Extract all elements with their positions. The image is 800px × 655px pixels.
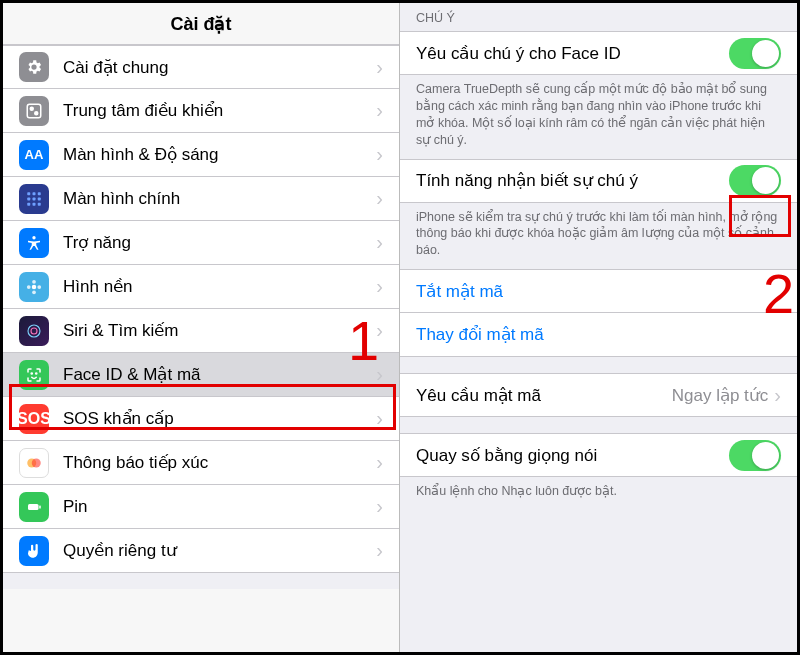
sidebar-item-privacy[interactable]: Quyền riêng tư › — [3, 529, 399, 573]
chevron-right-icon: › — [376, 539, 383, 562]
svg-rect-10 — [33, 202, 36, 205]
svg-point-16 — [27, 285, 31, 289]
chevron-right-icon: › — [774, 384, 781, 407]
sidebar-item-sos[interactable]: SOS SOS khẩn cấp › — [3, 397, 399, 441]
svg-rect-11 — [38, 202, 41, 205]
row-label: Tính năng nhận biết sự chú ý — [416, 170, 729, 191]
row-value: Ngay lập tức — [672, 385, 769, 406]
svg-point-17 — [37, 285, 41, 289]
row-label: Yêu cầu chú ý cho Face ID — [416, 43, 729, 64]
sidebar-item-accessibility[interactable]: Trợ năng › — [3, 221, 399, 265]
link-label: Tắt mật mã — [416, 281, 503, 302]
svg-rect-4 — [33, 192, 36, 195]
sidebar-item-label: Quyền riêng tư — [63, 540, 370, 561]
svg-rect-5 — [38, 192, 41, 195]
sidebar-item-siri[interactable]: Siri & Tìm kiếm › — [3, 309, 399, 353]
svg-point-15 — [32, 290, 36, 294]
row-require-attention-faceid[interactable]: Yêu cầu chú ý cho Face ID — [400, 31, 797, 75]
svg-rect-0 — [27, 104, 41, 118]
chevron-right-icon: › — [376, 99, 383, 122]
sidebar-item-label: SOS khẩn cấp — [63, 408, 370, 429]
svg-rect-24 — [28, 504, 39, 510]
slider-icon — [19, 96, 49, 126]
sidebar-item-label: Trung tâm điều khiển — [63, 100, 370, 121]
section-header-attention: CHÚ Ý — [400, 3, 797, 31]
sos-icon: SOS — [19, 404, 49, 434]
siri-icon — [19, 316, 49, 346]
chevron-right-icon: › — [376, 407, 383, 430]
sidebar-item-faceid-passcode[interactable]: Face ID & Mật mã › — [3, 353, 399, 397]
row-attention-aware[interactable]: Tính năng nhận biết sự chú ý — [400, 159, 797, 203]
svg-rect-9 — [27, 202, 30, 205]
exposure-icon — [19, 448, 49, 478]
text-size-icon: AA — [19, 140, 49, 170]
sidebar-item-label: Thông báo tiếp xúc — [63, 452, 370, 473]
row-label: Yêu cầu mật mã — [416, 385, 672, 406]
toggle-attention-aware[interactable] — [729, 165, 781, 196]
svg-point-13 — [32, 284, 37, 289]
chevron-right-icon: › — [376, 56, 383, 79]
chevron-right-icon: › — [376, 143, 383, 166]
link-label: Thay đổi mật mã — [416, 324, 544, 345]
sidebar-item-label: Trợ năng — [63, 232, 370, 253]
footer-attention-faceid: Camera TrueDepth sẽ cung cấp một mức độ … — [400, 75, 797, 159]
sidebar-item-label: Face ID & Mật mã — [63, 364, 370, 385]
chevron-right-icon: › — [376, 451, 383, 474]
svg-rect-7 — [33, 197, 36, 200]
chevron-right-icon: › — [376, 363, 383, 386]
sidebar-item-home-screen[interactable]: Màn hình chính › — [3, 177, 399, 221]
footer-attention-aware: iPhone sẽ kiểm tra sự chú ý trước khi là… — [400, 203, 797, 270]
chevron-right-icon: › — [376, 319, 383, 342]
row-label: Quay số bằng giọng nói — [416, 445, 729, 466]
svg-rect-8 — [38, 197, 41, 200]
hand-icon — [19, 536, 49, 566]
row-change-passcode[interactable]: Thay đổi mật mã — [400, 313, 797, 357]
row-turn-passcode-off[interactable]: Tắt mật mã — [400, 269, 797, 313]
chevron-right-icon: › — [376, 187, 383, 210]
sidebar-item-label: Cài đặt chung — [63, 57, 370, 78]
row-require-passcode[interactable]: Yêu cầu mật mã Ngay lập tức › — [400, 373, 797, 417]
settings-sidebar: Cài đặt Cài đặt chung › Trung tâm điều k… — [3, 3, 400, 652]
sidebar-item-label: Pin — [63, 497, 370, 517]
svg-point-12 — [32, 236, 35, 239]
sidebar-item-display[interactable]: AA Màn hình & Độ sáng › — [3, 133, 399, 177]
row-voice-dial[interactable]: Quay số bằng giọng nói — [400, 433, 797, 477]
toggle-attention-faceid[interactable] — [729, 38, 781, 69]
svg-rect-6 — [27, 197, 30, 200]
page-title: Cài đặt — [3, 3, 399, 45]
svg-rect-25 — [39, 505, 41, 508]
svg-point-1 — [30, 107, 33, 110]
grid-icon — [19, 184, 49, 214]
faceid-icon — [19, 360, 49, 390]
sidebar-item-label: Siri & Tìm kiếm — [63, 320, 370, 341]
svg-point-2 — [35, 111, 38, 114]
chevron-right-icon: › — [376, 275, 383, 298]
svg-point-18 — [28, 325, 40, 337]
svg-point-14 — [32, 279, 36, 283]
svg-point-23 — [32, 458, 41, 467]
sidebar-item-exposure[interactable]: Thông báo tiếp xúc › — [3, 441, 399, 485]
svg-point-19 — [31, 328, 37, 334]
gear-icon — [19, 52, 49, 82]
battery-icon — [19, 492, 49, 522]
svg-point-20 — [31, 372, 32, 373]
sidebar-item-general[interactable]: Cài đặt chung › — [3, 45, 399, 89]
sidebar-item-control-center[interactable]: Trung tâm điều khiển › — [3, 89, 399, 133]
accessibility-icon — [19, 228, 49, 258]
detail-pane: CHÚ Ý Yêu cầu chú ý cho Face ID Camera T… — [400, 3, 797, 652]
svg-rect-3 — [27, 192, 30, 195]
sidebar-item-label: Hình nền — [63, 276, 370, 297]
sidebar-item-wallpaper[interactable]: Hình nền › — [3, 265, 399, 309]
sidebar-item-battery[interactable]: Pin › — [3, 485, 399, 529]
flower-icon — [19, 272, 49, 302]
sidebar-item-label: Màn hình & Độ sáng — [63, 144, 370, 165]
svg-point-21 — [36, 372, 37, 373]
footer-voice-dial: Khẩu lệnh cho Nhạc luôn được bật. — [400, 477, 797, 510]
chevron-right-icon: › — [376, 495, 383, 518]
sidebar-item-label: Màn hình chính — [63, 189, 370, 209]
chevron-right-icon: › — [376, 231, 383, 254]
toggle-voice-dial[interactable] — [729, 440, 781, 471]
